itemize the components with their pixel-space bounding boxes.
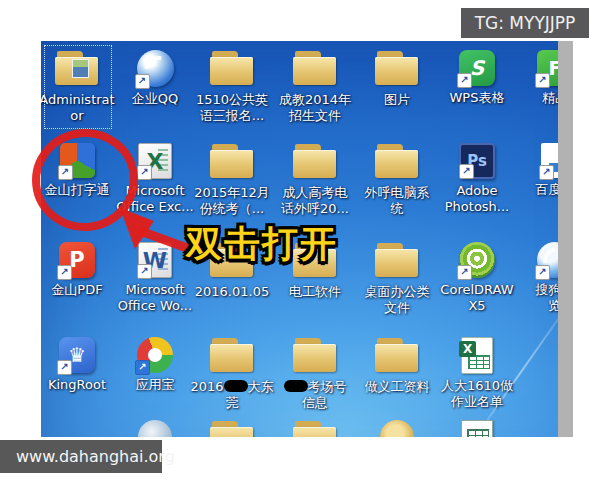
partial-sheet-icon [461,420,493,437]
desktop-icon-ms-office-excel[interactable]: X↗MicrosoftOffice Exc... [113,143,197,215]
shortcut-arrow-icon: ↗ [57,265,72,280]
icon-label: 精品 [542,90,558,106]
icon-label: AdobePhotosh... [445,183,510,215]
icon-label: 成人高考电话外呼20... [281,185,349,217]
folder-icon [208,143,256,181]
icon-label: 企业QQ [132,91,178,107]
icon-label: 图片 [384,92,410,108]
icon-label: 1510公共英语三报名... [196,92,268,124]
icon-label: 考场号信息 [284,379,347,411]
excel-2003-icon: X↗ [138,143,172,179]
kingsoft-pdf-icon: P↗ [59,242,95,278]
shortcut-arrow-icon: ↗ [459,164,474,179]
folder-icon [208,337,256,375]
desktop-icon-renda-1610-roster[interactable]: X人大1610做作业名单 [435,337,519,410]
icon-label: KingRoot [48,377,106,393]
desktop-icon-yingyongbao[interactable]: ↗应用宝 [113,337,197,393]
folder-icon [208,50,256,88]
icon-label: 电工软件 [289,284,341,300]
qq-app-icon: ↗ [137,50,174,87]
folder-icon [373,337,421,375]
yingyongbao-pinwheel-icon: ↗ [137,337,173,373]
desktop-icon-folder-1510-english[interactable]: 1510公共英语三报名... [190,50,274,124]
folder-icon [208,420,256,437]
shortcut-arrow-icon: ↗ [457,73,472,88]
desktop-icon-kingsoft-typing[interactable]: ↗金山打字通 [41,143,119,198]
folder-icon [291,143,339,181]
icon-label: 桌面办公类文件 [365,284,430,316]
folder-icon [373,143,421,181]
icon-label: 搜狗高览 [536,282,559,314]
shortcut-arrow-icon: ↗ [135,74,150,89]
shortcut-arrow-icon: ↗ [137,264,152,279]
desktop-icon-wps-spreadsheet[interactable]: S↗WPS表格 [435,50,519,106]
folder-icon [373,50,421,88]
right-border-strip [558,41,573,437]
shortcut-arrow-icon: ↗ [457,265,472,280]
desktop-icon-folder-2016-dadongguan[interactable]: 2016大东莞 [190,337,274,411]
user-folder-icon [53,50,101,88]
desktop-icon-ms-office-word[interactable]: W↗MicrosoftOffice Wo... [113,242,197,314]
icon-label: 金山打字通 [45,182,110,198]
kingsoft-typing-pinwheel-icon: ↗ [60,143,95,178]
desktop-icon-partial-folder-2[interactable] [273,420,357,437]
icon-label: MicrosoftOffice Exc... [116,183,193,215]
desktop-icon-partial-sheet-file[interactable] [435,420,519,437]
folder-icon [291,337,339,375]
page-frame: TG: MYYJJPP Administrator↗企业QQ1510公共英语三报… [0,0,600,480]
icon-label: 2016大东莞 [190,379,273,411]
icon-label: 成教2014年招生文件 [279,92,351,124]
desktop-icon-partial-gold-app[interactable] [355,420,439,437]
desktop-icon-folder-chengjiao-2014[interactable]: 成教2014年招生文件 [273,50,357,124]
desktop-icon-partial-folder-1[interactable] [190,420,274,437]
desktop-icon-qiye-qq[interactable]: ↗企业QQ [113,50,197,107]
desktop-icon-adobe-photoshop[interactable]: Ps↗AdobePhotosh... [435,143,519,215]
photoshop-ps-icon: Ps↗ [459,143,495,179]
desktop-icon-baidu[interactable]: ↗百度浏 [513,143,558,198]
desktop-icon-folder-desktop-office-files[interactable]: 桌面办公类文件 [355,242,439,316]
desktop-icon-partial-circle-app[interactable] [113,420,197,437]
watermark-badge: www.dahanghai.org [0,440,162,473]
coreldraw-swirl-icon: ↗ [459,242,495,278]
wps-spreadsheet-icon: S↗ [459,50,495,86]
partial-circle-icon [138,420,172,437]
icon-label: 人大1610做作业名单 [441,378,513,410]
shortcut-arrow-icon: ↗ [57,360,72,375]
desktop-icon-folder-volunteer-files[interactable]: 做义工资料 [355,337,439,395]
desktop-icon-jingpin[interactable]: F↗精品 [513,50,558,106]
desktop-icon-folder-call-system[interactable]: 外呼电脑系统 [355,143,439,217]
desktop-icon-kingroot[interactable]: ♛↗KingRoot [41,337,119,393]
desktop-icon-sogou-browser[interactable]: ↗搜狗高览 [513,242,558,314]
censor-blob [224,380,248,392]
shortcut-arrow-icon: ↗ [535,265,550,280]
excel-file-icon: X [461,337,493,374]
shortcut-arrow-icon: ↗ [535,73,550,88]
icon-label: MicrosoftOffice Wo... [118,282,192,314]
desktop-icon-coreldraw-x5[interactable]: ↗CorelDRAWX5 [435,242,519,314]
shortcut-arrow-icon: ↗ [539,165,554,180]
folder-icon [373,242,421,280]
icon-label: 做义工资料 [365,379,430,395]
folder-icon [291,420,339,437]
desktop-icon-folder-exam-room-info[interactable]: 考场号信息 [273,337,357,411]
icon-label: 应用宝 [136,377,175,393]
icon-label: CorelDRAWX5 [440,282,513,314]
icon-label: 2015年12月份统考（... [194,185,270,217]
desktop-icon-folder-2015-12-exam[interactable]: 2015年12月份统考（... [190,143,274,217]
tg-badge: TG: MYYJJPP [461,8,589,38]
desktop-icon-folder-pictures[interactable]: 图片 [355,50,439,108]
desktop-icon-folder-gaokao-calls[interactable]: 成人高考电话外呼20... [273,143,357,217]
desktop-icon-administrator[interactable]: Administrator [41,50,119,124]
icon-label: WPS表格 [450,90,505,106]
folder-icon [291,50,339,88]
word-2003-icon: W↗ [138,242,172,278]
icon-label: 百度浏 [536,182,559,198]
desktop-icon-kingsoft-pdf[interactable]: P↗金山PDF [41,242,119,298]
double-click-hint: 双击打开 [186,220,338,269]
icon-label: 金山PDF [51,282,102,298]
green-app-icon: F↗ [537,50,558,86]
icon-label: 2016.01.05 [195,284,269,300]
icon-label: 外呼电脑系统 [365,185,430,217]
sogou-browser-icon: ↗ [537,242,558,278]
shortcut-arrow-icon: ↗ [135,360,150,375]
